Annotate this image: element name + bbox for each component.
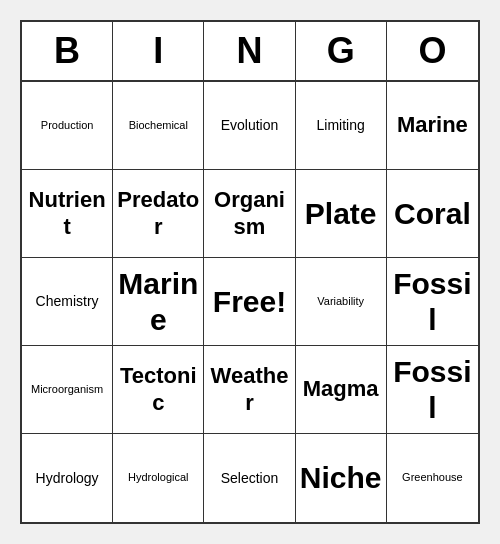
bingo-cell[interactable]: Hydrology bbox=[22, 434, 113, 522]
cell-text: Biochemical bbox=[129, 119, 188, 132]
cell-text: Coral bbox=[394, 196, 471, 232]
cell-text: Limiting bbox=[317, 117, 365, 134]
bingo-cell[interactable]: Free! bbox=[204, 258, 295, 346]
cell-text: Plate bbox=[305, 196, 377, 232]
cell-text: Tectonic bbox=[117, 363, 199, 416]
bingo-card: BINGO ProductionBiochemicalEvolutionLimi… bbox=[20, 20, 480, 524]
bingo-cell[interactable]: Production bbox=[22, 82, 113, 170]
cell-text: Variability bbox=[317, 295, 364, 308]
bingo-cell[interactable]: Variability bbox=[296, 258, 387, 346]
header-letter: I bbox=[113, 22, 204, 80]
bingo-cell[interactable]: Niche bbox=[296, 434, 387, 522]
bingo-cell[interactable]: Predator bbox=[113, 170, 204, 258]
bingo-cell[interactable]: Greenhouse bbox=[387, 434, 478, 522]
cell-text: Hydrology bbox=[36, 470, 99, 487]
header-letter: B bbox=[22, 22, 113, 80]
cell-text: Selection bbox=[221, 470, 279, 487]
bingo-cell[interactable]: Fossil bbox=[387, 258, 478, 346]
bingo-cell[interactable]: Weather bbox=[204, 346, 295, 434]
cell-text: Weather bbox=[208, 363, 290, 416]
cell-text: Fossil bbox=[391, 266, 474, 338]
cell-text: Chemistry bbox=[36, 293, 99, 310]
bingo-cell[interactable]: Tectonic bbox=[113, 346, 204, 434]
cell-text: Marine bbox=[117, 266, 199, 338]
cell-text: Evolution bbox=[221, 117, 279, 134]
cell-text: Marine bbox=[397, 112, 468, 138]
cell-text: Microorganism bbox=[31, 383, 103, 396]
bingo-grid: ProductionBiochemicalEvolutionLimitingMa… bbox=[22, 82, 478, 522]
bingo-cell[interactable]: Fossil bbox=[387, 346, 478, 434]
header-letter: O bbox=[387, 22, 478, 80]
bingo-cell[interactable]: Marine bbox=[113, 258, 204, 346]
bingo-header: BINGO bbox=[22, 22, 478, 82]
cell-text: Production bbox=[41, 119, 94, 132]
cell-text: Organism bbox=[208, 187, 290, 240]
bingo-cell[interactable]: Marine bbox=[387, 82, 478, 170]
header-letter: G bbox=[296, 22, 387, 80]
bingo-cell[interactable]: Limiting bbox=[296, 82, 387, 170]
bingo-cell[interactable]: Microorganism bbox=[22, 346, 113, 434]
bingo-cell[interactable]: Magma bbox=[296, 346, 387, 434]
bingo-cell[interactable]: Selection bbox=[204, 434, 295, 522]
bingo-cell[interactable]: Chemistry bbox=[22, 258, 113, 346]
bingo-cell[interactable]: Evolution bbox=[204, 82, 295, 170]
cell-text: Niche bbox=[300, 460, 382, 496]
bingo-cell[interactable]: Plate bbox=[296, 170, 387, 258]
cell-text: Nutrient bbox=[26, 187, 108, 240]
cell-text: Hydrological bbox=[128, 471, 189, 484]
cell-text: Predator bbox=[117, 187, 199, 240]
cell-text: Free! bbox=[213, 284, 286, 320]
cell-text: Greenhouse bbox=[402, 471, 463, 484]
cell-text: Fossil bbox=[391, 354, 474, 426]
bingo-cell[interactable]: Hydrological bbox=[113, 434, 204, 522]
cell-text: Magma bbox=[303, 376, 379, 402]
bingo-cell[interactable]: Coral bbox=[387, 170, 478, 258]
bingo-cell[interactable]: Organism bbox=[204, 170, 295, 258]
header-letter: N bbox=[204, 22, 295, 80]
bingo-cell[interactable]: Biochemical bbox=[113, 82, 204, 170]
bingo-cell[interactable]: Nutrient bbox=[22, 170, 113, 258]
